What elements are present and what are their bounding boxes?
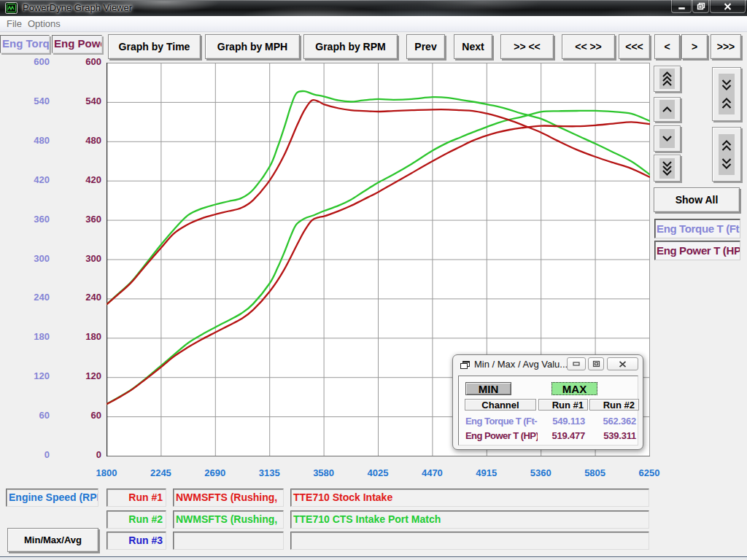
run-file-box: NWMSFTS (Rushing, bbox=[173, 510, 284, 529]
tab-eng-torque[interactable]: Eng Torq bbox=[0, 35, 50, 53]
y-axis-torque-tick-label: 120 bbox=[25, 371, 50, 381]
y-axis-torque-tick-label: 0 bbox=[25, 450, 50, 460]
dialog-row-power-run1-max: 519.477 bbox=[537, 430, 585, 441]
y-axis-power-tick-label: 540 bbox=[77, 96, 101, 106]
max-mode-button[interactable]: MAX bbox=[551, 382, 597, 395]
y-axis-power-tick-label: 420 bbox=[77, 175, 101, 185]
scroll-up-button[interactable] bbox=[654, 97, 681, 122]
x-axis-tick-label: 1800 bbox=[83, 467, 130, 478]
scroll-right-fast-button[interactable]: >>> bbox=[711, 34, 741, 59]
y-axis-power-tick-label: 300 bbox=[77, 254, 101, 264]
y-axis-torque-tick-label: 300 bbox=[25, 254, 50, 264]
x-axis-tick-label: 2245 bbox=[137, 467, 184, 478]
min-max-avg-button[interactable]: Min/Max/Avg bbox=[7, 528, 98, 552]
dialog-minimize-button[interactable] bbox=[567, 357, 586, 370]
y-axis-torque-tick-label: 60 bbox=[25, 411, 50, 421]
restore-button[interactable] bbox=[692, 0, 709, 13]
dialog-cascade-windows-icon bbox=[460, 359, 471, 373]
y-axis-power-tick-label: 120 bbox=[77, 371, 101, 381]
collapse-vertical-button[interactable] bbox=[712, 67, 741, 121]
x-axis-tick-label: 3580 bbox=[301, 467, 347, 478]
run-description-box bbox=[290, 532, 649, 550]
column-header-run2[interactable]: Run #2 bbox=[589, 399, 639, 411]
x-axis-tick-label: 5360 bbox=[517, 467, 564, 478]
minimize-button[interactable] bbox=[671, 0, 692, 13]
run-description-box: TTE710 Stock Intake bbox=[290, 489, 649, 507]
dialog-row-power-run2-max: 539.311 bbox=[588, 430, 636, 441]
x-axis-tick-label: 2690 bbox=[192, 467, 239, 478]
y-axis-torque-tick-label: 240 bbox=[25, 292, 50, 303]
y-axis-power-tick-label: 240 bbox=[77, 292, 101, 303]
x-axis-tick-label: 5805 bbox=[572, 467, 619, 478]
column-header-run1[interactable]: Run #1 bbox=[538, 399, 588, 411]
scroll-down-fast-button[interactable] bbox=[654, 155, 681, 182]
app-window: PowerDyne Graph Viewer File Options bbox=[0, 0, 747, 560]
x-axis-tick-label: 4915 bbox=[463, 467, 510, 478]
run-label-box: Run #2 bbox=[107, 510, 166, 529]
graph-by-mph-button[interactable]: Graph by MPH bbox=[205, 34, 300, 59]
prev-button[interactable]: Prev bbox=[406, 34, 445, 59]
column-header-channel[interactable]: Channel bbox=[465, 399, 536, 411]
scroll-down-button[interactable] bbox=[654, 125, 681, 152]
dialog-row-torque-run1-max: 549.113 bbox=[537, 416, 585, 427]
next-button[interactable]: Next bbox=[454, 34, 492, 59]
window-bottom-edge bbox=[0, 556, 747, 560]
zoom-out-x-button[interactable]: << >> bbox=[562, 34, 615, 59]
expand-vertical-button[interactable] bbox=[712, 127, 741, 182]
app-oscilloscope-wave-icon bbox=[5, 2, 18, 14]
run-label-box: Run #3 bbox=[107, 532, 166, 550]
x-axis-tick-label: 4025 bbox=[355, 467, 401, 478]
dialog-row-torque-channel: Eng Torque T (Ft- bbox=[465, 416, 538, 427]
dialog-restore-button[interactable] bbox=[588, 357, 604, 370]
y-axis-power-tick-label: 600 bbox=[77, 57, 101, 67]
y-axis-power-tick-label: 360 bbox=[77, 214, 101, 225]
dialog-title-bar: Min / Max / Avg Valu... bbox=[453, 355, 643, 374]
legend-eng-torque-button[interactable]: Eng Torque T (Ft bbox=[654, 219, 740, 238]
legend-eng-power-button[interactable]: Eng Power T (HP bbox=[654, 241, 740, 260]
dialog-row-power-channel: Eng Power T (HP) bbox=[465, 430, 538, 441]
zoom-in-x-button[interactable]: >> << bbox=[500, 34, 554, 59]
tab-eng-power[interactable]: Eng Power bbox=[52, 35, 102, 53]
run-file-box bbox=[173, 532, 284, 550]
scroll-up-fast-button[interactable] bbox=[654, 66, 681, 92]
y-axis-torque-tick-label: 360 bbox=[25, 214, 50, 225]
dialog-row-torque-run2-max: 562.362 bbox=[588, 416, 636, 427]
y-axis-torque-tick-label: 180 bbox=[25, 332, 50, 342]
y-axis-power-tick-label: 180 bbox=[77, 332, 101, 342]
x-axis-tick-label: 6250 bbox=[626, 467, 673, 478]
graph-by-rpm-button[interactable]: Graph by RPM bbox=[303, 34, 398, 59]
scroll-left-fast-button[interactable]: <<< bbox=[619, 34, 650, 59]
close-button[interactable] bbox=[710, 0, 746, 13]
show-all-button[interactable]: Show All bbox=[654, 187, 740, 212]
title-bar: PowerDyne Graph Viewer bbox=[0, 0, 747, 16]
menu-file[interactable]: File bbox=[7, 18, 22, 29]
menu-options[interactable]: Options bbox=[28, 18, 61, 29]
run-label-box: Run #1 bbox=[107, 489, 166, 507]
y-axis-torque-tick-label: 420 bbox=[25, 175, 50, 185]
x-axis-tick-label: 3135 bbox=[246, 467, 293, 478]
dialog-title: Min / Max / Avg Valu... bbox=[474, 359, 568, 370]
scroll-left-button[interactable]: < bbox=[654, 34, 680, 59]
min-max-avg-dialog: Min / Max / Avg Valu... MIN MAX Channel … bbox=[452, 354, 643, 450]
run-file-box: NWMSFTS (Rushing, bbox=[173, 489, 284, 507]
min-mode-button[interactable]: MIN bbox=[465, 382, 511, 395]
y-axis-power-tick-label: 60 bbox=[77, 411, 101, 421]
y-axis-torque-tick-label: 600 bbox=[25, 57, 50, 67]
x-axis-tick-label: 4470 bbox=[409, 467, 455, 478]
dialog-content: MIN MAX Channel Run #1 Run #2 Eng Torque… bbox=[458, 376, 638, 446]
window-controls bbox=[670, 0, 746, 13]
y-axis-torque-tick-label: 540 bbox=[25, 96, 50, 106]
dialog-close-button[interactable] bbox=[607, 357, 638, 370]
x-channel-box: Engine Speed (RPM) bbox=[6, 489, 98, 507]
y-axis-power-tick-label: 480 bbox=[77, 136, 101, 146]
graph-by-time-button[interactable]: Graph by Time bbox=[108, 34, 201, 59]
scroll-right-button[interactable]: > bbox=[681, 34, 708, 59]
y-axis-torque-tick-label: 480 bbox=[25, 136, 50, 146]
run-description-box: TTE710 CTS Intake Port Match bbox=[290, 510, 649, 529]
window-title: PowerDyne Graph Viewer bbox=[23, 2, 132, 13]
menu-bar: File Options bbox=[0, 16, 747, 32]
y-axis-power-tick-label: 0 bbox=[77, 450, 101, 460]
